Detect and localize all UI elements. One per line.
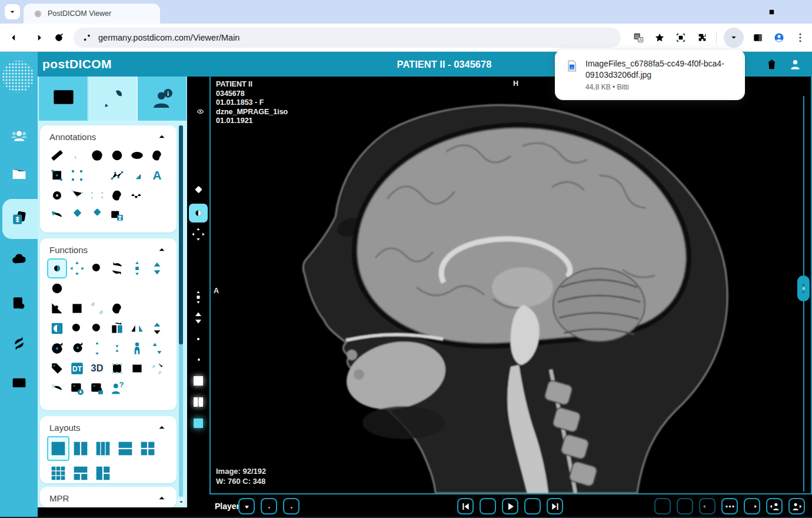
sun-reset-icon[interactable] <box>67 338 87 358</box>
panel-scrollbar-thumb[interactable] <box>179 125 183 344</box>
window-maximize-button[interactable] <box>758 0 785 24</box>
l22-icon[interactable] <box>137 436 159 461</box>
export-down-button[interactable] <box>238 498 255 514</box>
eraser-icon[interactable] <box>187 181 209 202</box>
img-down-icon[interactable] <box>67 378 87 399</box>
l3c-icon[interactable] <box>92 436 114 461</box>
arrow-se-icon[interactable] <box>127 165 147 185</box>
polyline-icon[interactable] <box>107 165 127 185</box>
panel-scroll-down-button[interactable] <box>177 498 185 506</box>
l2c-icon[interactable] <box>187 391 209 413</box>
invert-icon[interactable] <box>47 318 67 338</box>
download-filename[interactable]: ImageFiles_c6788fa5-cc49-4f0f-bca4-09103… <box>585 58 736 81</box>
collapse-functions-icon[interactable] <box>157 244 167 255</box>
capture-icon[interactable] <box>674 31 688 45</box>
sidebar-item-films[interactable] <box>9 208 28 227</box>
dots-v-icon[interactable] <box>793 31 807 45</box>
undo-icon[interactable] <box>47 205 67 225</box>
avatar-icon[interactable] <box>772 31 786 45</box>
vscroll-icon[interactable] <box>127 258 147 278</box>
flip-v-icon[interactable] <box>147 318 167 338</box>
text-3d-icon[interactable] <box>87 358 107 378</box>
zoom-out-icon[interactable] <box>67 318 87 338</box>
stack-icon[interactable] <box>147 258 167 278</box>
person-r-button[interactable] <box>788 498 805 514</box>
pan-icon[interactable] <box>187 224 209 245</box>
l1-icon[interactable] <box>47 507 69 507</box>
tab-close-icon[interactable] <box>144 9 154 19</box>
tag-icon[interactable] <box>47 358 67 378</box>
save-note-icon[interactable] <box>107 205 127 225</box>
ol1l2r-icon[interactable] <box>187 454 209 476</box>
reload-button[interactable] <box>52 31 66 45</box>
sidebar-item-users[interactable] <box>9 126 28 145</box>
rotate-icon[interactable] <box>107 258 127 278</box>
pan-icon[interactable] <box>67 258 87 278</box>
rect-dot-icon[interactable] <box>47 165 67 185</box>
gear-reset-icon[interactable] <box>187 328 209 350</box>
circle-hatch-icon[interactable] <box>107 145 127 165</box>
collapse-layouts-icon[interactable] <box>157 422 167 433</box>
eraser-icon[interactable] <box>67 205 87 225</box>
brightness-icon[interactable] <box>189 204 208 223</box>
nav-last-button[interactable] <box>547 498 563 514</box>
person-icon[interactable] <box>127 338 147 358</box>
tab-monitor-xray[interactable] <box>39 77 88 121</box>
l1-icon[interactable] <box>47 436 69 461</box>
doc-eye-icon[interactable] <box>187 98 209 119</box>
sidebar-item-list-search[interactable] <box>9 294 28 313</box>
back-button[interactable] <box>8 31 22 45</box>
browser-tab[interactable]: PostDICOM Viewer <box>24 4 160 24</box>
tab-tools[interactable] <box>88 77 138 121</box>
sidebar-item-share[interactable] <box>9 334 28 353</box>
person-l-button[interactable] <box>766 498 783 514</box>
l2c-icon[interactable] <box>69 436 92 461</box>
freehand-icon[interactable] <box>107 185 127 205</box>
stack-icon[interactable] <box>187 308 209 329</box>
ruler-icon[interactable] <box>187 118 209 140</box>
ellipse-icon[interactable] <box>187 161 209 182</box>
person-round-icon[interactable] <box>787 57 803 72</box>
rotate-icon[interactable] <box>187 265 209 287</box>
site-settings-icon[interactable] <box>82 32 92 43</box>
speed-plus-button[interactable] <box>283 498 299 514</box>
chev-ll-icon[interactable] <box>187 77 209 98</box>
l1-icon[interactable] <box>187 413 209 434</box>
wave-icon[interactable] <box>127 185 147 205</box>
puzzle-icon[interactable] <box>695 31 709 45</box>
l1-icon[interactable] <box>187 371 209 392</box>
sort-ud-icon[interactable] <box>147 338 167 358</box>
zoom-in-icon[interactable] <box>87 318 107 338</box>
ol3c-icon[interactable] <box>187 476 209 497</box>
ol1t2b-icon[interactable] <box>187 434 209 455</box>
panel-scrollbar[interactable] <box>179 125 183 497</box>
magnifier-icon[interactable] <box>187 245 209 266</box>
l2r-icon[interactable] <box>114 436 137 461</box>
tab-search-button[interactable] <box>5 4 20 19</box>
dicom-viewport[interactable]: PATIENT II034567801.01.1853 - Fdzne_MPRA… <box>209 77 812 494</box>
nav-prev-button[interactable] <box>480 498 496 514</box>
window-minimize-button[interactable] <box>731 0 758 24</box>
flip-h-icon[interactable] <box>127 318 147 338</box>
vscroll-icon[interactable] <box>187 287 209 308</box>
flip-page-icon[interactable] <box>107 318 127 338</box>
parallel-icon[interactable] <box>87 165 107 185</box>
sidebar-item-cloud-up[interactable] <box>9 250 28 268</box>
magnifier-icon[interactable] <box>87 258 107 278</box>
olrows-icon[interactable] <box>187 497 209 518</box>
collapse-v-icon[interactable] <box>107 338 127 358</box>
sidebar-item-folder[interactable] <box>9 164 28 183</box>
l33-icon[interactable] <box>47 461 69 483</box>
window-close-button[interactable] <box>785 0 812 24</box>
target-circle-icon[interactable] <box>47 278 67 298</box>
speed-minus-button[interactable] <box>261 498 277 514</box>
badge-dt-icon[interactable] <box>67 358 87 378</box>
ruler-icon[interactable] <box>47 145 67 165</box>
side-panel-icon[interactable] <box>751 31 765 45</box>
brightness-icon[interactable] <box>47 258 67 278</box>
sidebar-item-monitor-sync[interactable] <box>9 374 28 393</box>
nav-next-button[interactable] <box>524 498 541 514</box>
circle-icon[interactable] <box>87 145 107 165</box>
sun-reset-icon[interactable] <box>187 350 209 371</box>
new-tab-button[interactable] <box>166 6 180 21</box>
